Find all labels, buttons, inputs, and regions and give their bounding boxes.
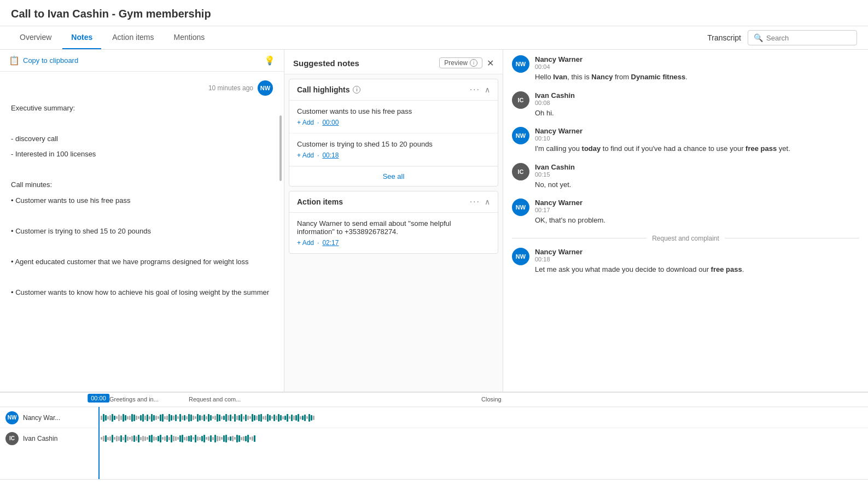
page-title: Call to Ivan Cashin - Gym membership — [0, 0, 868, 26]
transcript-label: Transcript — [707, 33, 741, 42]
track-label-ivan: IC Ivan Cashin — [0, 432, 98, 445]
avatar-nw: NW — [258, 80, 273, 96]
entry-name-3: Nancy Warner — [535, 127, 859, 135]
see-all-button[interactable]: See all — [289, 166, 498, 186]
highlight-text-2: Customer is trying to shed 15 to 20 poun… — [297, 140, 490, 148]
notes-text: Executive summary: - discovery call - In… — [11, 102, 273, 299]
highlight-text-1: Customer wants to use his free pass — [297, 107, 490, 115]
action-items-header: Action items ··· ∧ — [289, 191, 498, 213]
tab-notes[interactable]: Notes — [62, 26, 101, 49]
entry-name-4: Ivan Cashin — [535, 163, 859, 171]
tab-overview[interactable]: Overview — [11, 26, 60, 49]
action-items-collapse-btn[interactable]: ∧ — [485, 197, 490, 206]
call-highlights-header: Call highlights i ··· ∧ — [289, 79, 498, 101]
entry-text-2: Oh hi. — [535, 108, 859, 119]
avatar-nancy-4: NW — [512, 248, 529, 265]
track-label-nancy: NW Nancy War... — [0, 411, 98, 424]
search-icon: 🔍 — [754, 33, 763, 42]
tabs-bar: Overview Notes Action items Mentions Tra… — [0, 26, 868, 50]
add-icon-1: + Add — [297, 119, 314, 126]
notes-content: 10 minutes ago NW Executive summary: - d… — [0, 72, 284, 392]
clipboard-icon: 📋 — [9, 55, 20, 66]
transcript-entry-3: NW Nancy Warner 00:10 I'm calling you to… — [512, 127, 859, 154]
call-highlights-title: Call highlights — [297, 85, 349, 94]
timestamp: 10 minutes ago — [208, 84, 253, 92]
call-highlights-dots-menu[interactable]: ··· — [470, 85, 480, 95]
entry-text-4: No, not yet. — [535, 179, 859, 190]
track-avatar-nw: NW — [5, 411, 19, 424]
entry-text-6: Let me ask you what made you decide to d… — [535, 264, 859, 275]
avatar-ivan-1: IC — [512, 91, 529, 109]
info-icon: i — [470, 59, 477, 67]
playhead-badge: 00:00 — [88, 394, 109, 403]
track-bars-ivan — [98, 433, 868, 444]
close-suggested-button[interactable]: ✕ — [487, 58, 494, 68]
action-add-icon: + Add — [297, 239, 314, 247]
entry-text-1: Hello Ivan, this is Nancy from Dynamic f… — [535, 72, 859, 83]
transcript-entry-2: IC Ivan Cashin 00:08 Oh hi. — [512, 91, 859, 119]
avatar-ivan-2: IC — [512, 163, 529, 180]
copy-to-clipboard-button[interactable]: 📋 Copy to clipboard — [9, 55, 78, 66]
entry-time-6: 00:18 — [535, 256, 859, 263]
action-items-section: Action items ··· ∧ Nancy Warner to send … — [289, 191, 498, 254]
highlight-time-1[interactable]: 00:00 — [322, 119, 339, 126]
track-name-nancy: Nancy War... — [23, 414, 60, 422]
transcript-entry-4: IC Ivan Cashin 00:15 No, not yet. — [512, 163, 859, 190]
action-items-title: Action items — [297, 197, 343, 206]
timeline-label-greetings: Greetings and in... — [109, 396, 159, 403]
entry-text-3: I'm calling you today to find out if you… — [535, 143, 859, 154]
call-highlights-section: Call highlights i ··· ∧ Customer wants t… — [289, 79, 498, 186]
avatar-nancy-1: NW — [512, 55, 529, 73]
entry-name-2: Ivan Cashin — [535, 91, 859, 100]
entry-name-5: Nancy Warner — [535, 199, 859, 207]
highlight-add-row-2[interactable]: + Add · 00:18 — [297, 151, 490, 159]
transcript-entry-5: NW Nancy Warner 00:17 OK, that's no prob… — [512, 199, 859, 226]
entry-text-5: OK, that's no problem. — [535, 215, 859, 226]
entry-time-3: 00:10 — [535, 135, 859, 142]
highlight-time-2[interactable]: 00:18 — [322, 151, 339, 159]
preview-badge[interactable]: Preview i — [439, 57, 482, 68]
track-avatar-ic: IC — [5, 432, 19, 445]
tab-mentions[interactable]: Mentions — [165, 26, 214, 49]
highlight-add-row-1[interactable]: + Add · 00:00 — [297, 119, 490, 126]
suggested-notes-title: Suggested notes — [293, 59, 359, 68]
playhead-line — [98, 407, 100, 479]
transcript-content: NW Nancy Warner 00:04 Hello Ivan, this i… — [503, 50, 868, 392]
timeline-area: 00:00 Greetings and in... Request and co… — [0, 392, 868, 479]
action-item-time-1[interactable]: 02:17 — [322, 239, 339, 247]
playback-footer: Sentiment i Positive Neutral Negative Co… — [0, 479, 868, 484]
track-bars-nancy — [98, 412, 868, 423]
action-item-text-1: Nancy Warner to send email about "some h… — [297, 219, 490, 236]
entry-name-1: Nancy Warner — [535, 55, 859, 63]
lightbulb-icon: 💡 — [264, 55, 275, 66]
call-highlights-info-icon: i — [353, 86, 360, 94]
entry-time-4: 00:15 — [535, 171, 859, 178]
search-box[interactable]: 🔍 — [748, 30, 857, 45]
entry-time-2: 00:08 — [535, 100, 859, 106]
left-toolbar: 📋 Copy to clipboard 💡 — [0, 50, 284, 72]
search-input[interactable] — [766, 34, 851, 42]
action-item-add-row-1[interactable]: + Add · 02:17 — [297, 239, 490, 247]
call-highlights-collapse-btn[interactable]: ∧ — [485, 85, 490, 94]
preview-label: Preview — [444, 59, 468, 67]
transcript-entry-1: NW Nancy Warner 00:04 Hello Ivan, this i… — [512, 55, 859, 83]
transcript-entry-6: NW Nancy Warner 00:18 Let me ask you wha… — [512, 248, 859, 275]
copy-label: Copy to clipboard — [23, 56, 78, 65]
avatar-nancy-3: NW — [512, 199, 529, 216]
tab-action-items[interactable]: Action items — [103, 26, 162, 49]
highlight-item-1: Customer wants to use his free pass + Ad… — [289, 101, 498, 133]
avatar-nancy-2: NW — [512, 127, 529, 144]
entry-name-6: Nancy Warner — [535, 248, 859, 256]
middle-panel: Suggested notes Preview i ✕ Call highlig… — [284, 50, 503, 392]
entry-time-5: 00:17 — [535, 207, 859, 213]
track-row-ivan: IC Ivan Cashin — [0, 428, 868, 448]
scrollbar[interactable] — [279, 115, 282, 181]
timeline-label-request: Request and com... — [189, 396, 241, 403]
add-icon-2: + Add — [297, 151, 314, 159]
action-items-dots-menu[interactable]: ··· — [470, 197, 480, 207]
track-row-nancy: NW Nancy War... — [0, 407, 868, 428]
suggested-notes-header: Suggested notes Preview i ✕ — [284, 50, 503, 74]
left-panel: 📋 Copy to clipboard 💡 10 minutes ago NW … — [0, 50, 284, 392]
track-name-ivan: Ivan Cashin — [23, 435, 57, 442]
action-item-1: Nancy Warner to send email about "some h… — [289, 213, 498, 253]
